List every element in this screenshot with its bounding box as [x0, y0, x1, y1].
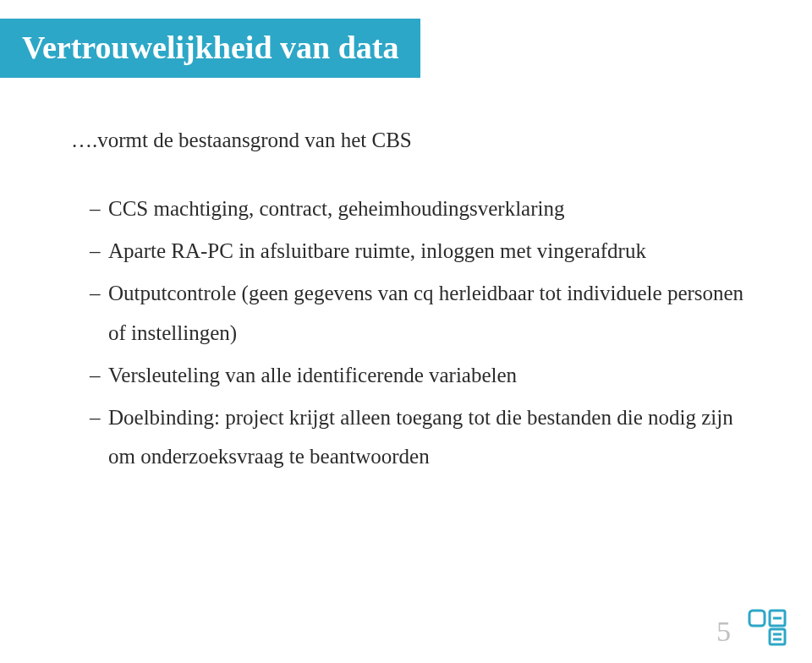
list-item: Aparte RA-PC in afsluitbare ruimte, inlo…: [90, 232, 744, 271]
list-item: Doelbinding: project krijgt alleen toega…: [90, 398, 744, 477]
list-item: Versleuteling van alle identificerende v…: [90, 356, 744, 395]
slide-title: Vertrouwelijkheid van data: [22, 30, 398, 66]
bullet-list: CCS machtiging, contract, geheimhoudings…: [71, 189, 744, 477]
list-item: CCS machtiging, contract, geheimhoudings…: [90, 189, 744, 228]
list-item: Outputcontrole (geen gegevens van cq her…: [90, 274, 744, 353]
cbs-logo-icon: [748, 609, 788, 646]
svg-rect-0: [749, 611, 765, 626]
page-number: 5: [716, 616, 731, 648]
intro-text: ….vormt de bestaansgrond van het CBS: [71, 129, 744, 152]
svg-rect-3: [770, 629, 785, 644]
slide-title-bar: Vertrouwelijkheid van data: [0, 19, 420, 78]
slide-body: ….vormt de bestaansgrond van het CBS CCS…: [0, 78, 812, 477]
